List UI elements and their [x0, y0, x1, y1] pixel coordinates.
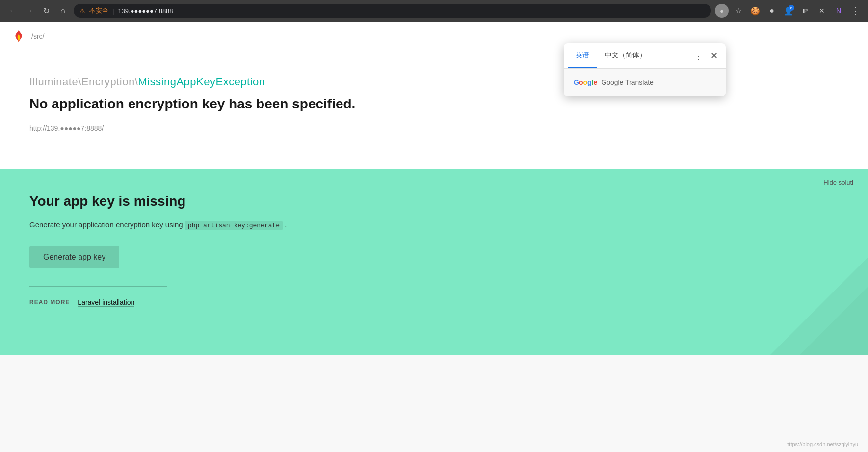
profile-extension-icon[interactable]: 👤 6 [782, 4, 795, 18]
dark-mode-extension-icon[interactable]: ● [765, 4, 779, 18]
laravel-installation-link[interactable]: Laravel installation [78, 298, 134, 307]
exception-classname: MissingAppKeyException [138, 76, 265, 88]
browser-icons: ● ☆ 🍪 ● 👤 6 IP ✕ N ⋮ [715, 4, 862, 18]
browser-chrome: ← → ↻ ⌂ ⚠ 不安全 | 139.●●●●●●7:8888 ● ☆ 🍪 ●… [0, 0, 868, 22]
error-url[interactable]: http://139.●●●●●7:8888/ [29, 124, 104, 132]
decorative-triangle [770, 257, 868, 355]
reload-button[interactable]: ↻ [39, 4, 53, 18]
solution-desc-suffix: . [285, 220, 287, 229]
url-separator: | [112, 7, 114, 15]
read-more-label: READ MORE [29, 299, 70, 306]
exception-prefix: Illuminate\Encryption\ [29, 76, 138, 88]
translate-body: Google Google Translate [564, 69, 726, 96]
extension-badge: 6 [789, 5, 794, 11]
solution-command: php artisan key:generate [185, 221, 283, 230]
translate-tab-chinese[interactable]: 中文（简体） [597, 44, 654, 68]
hide-solution-button[interactable]: Hide soluti [823, 179, 853, 186]
profile-avatar: ● [720, 7, 724, 15]
solution-title: Your app key is missing [29, 193, 839, 209]
home-button[interactable]: ⌂ [56, 4, 70, 18]
ip-extension-icon[interactable]: IP [798, 4, 812, 18]
solution-desc-text: Generate your application encryption key… [29, 220, 183, 229]
app-logo: /src/ [12, 29, 44, 43]
bookmark-button[interactable]: ☆ [732, 4, 745, 18]
x-extension-icon[interactable]: ✕ [815, 4, 829, 18]
close-icon: ✕ [710, 51, 718, 61]
notion-extension-icon[interactable]: N [832, 4, 845, 18]
breadcrumb: /src/ [31, 32, 44, 40]
nav-buttons: ← → ↻ ⌂ [6, 4, 70, 18]
profile-icon[interactable]: ● [715, 4, 729, 18]
google-logo: Google [574, 79, 597, 86]
error-message: No application encryption key has been s… [29, 96, 839, 112]
vertical-dots-icon: ⋮ [694, 51, 703, 61]
app-header: /src/ [0, 22, 868, 51]
solution-description: Generate your application encryption key… [29, 219, 839, 231]
divider [29, 286, 167, 287]
security-warning-icon: ⚠ [79, 7, 85, 15]
translate-tab-english[interactable]: 英语 [568, 44, 597, 68]
translate-header: 英语 中文（简体） ⋮ ✕ [564, 43, 726, 69]
solution-section: Hide soluti Your app key is missing Gene… [0, 169, 868, 355]
translate-menu-button[interactable]: ⋮ [690, 48, 706, 64]
error-section: Illuminate\Encryption\MissingAppKeyExcep… [0, 51, 868, 169]
security-warning-text: 不安全 [89, 6, 108, 15]
read-more: READ MORE Laravel installation [29, 298, 839, 307]
address-bar[interactable]: ⚠ 不安全 | 139.●●●●●●7:8888 [74, 4, 711, 18]
translate-label: Google Translate [601, 79, 654, 86]
chrome-menu-button[interactable]: ⋮ [848, 4, 862, 18]
generate-app-key-button[interactable]: Generate app key [29, 246, 119, 268]
translate-close-button[interactable]: ✕ [706, 48, 722, 64]
app-logo-icon [12, 29, 26, 43]
back-button[interactable]: ← [6, 4, 20, 18]
url-text: 139.●●●●●●7:8888 [118, 7, 173, 15]
csdn-watermark: https://blog.csdn.net/szqiyinyu [786, 441, 858, 447]
translate-popup: 英语 中文（简体） ⋮ ✕ Google Google Translate [564, 43, 726, 96]
cookie-extension-icon[interactable]: 🍪 [748, 4, 762, 18]
forward-button[interactable]: → [23, 4, 36, 18]
page-content: /src/ Illuminate\Encryption\MissingAppKe… [0, 22, 868, 452]
